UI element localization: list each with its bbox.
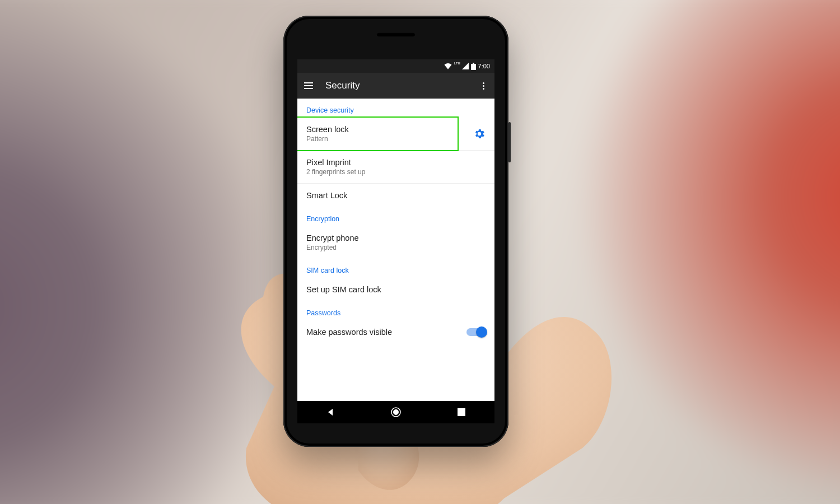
page-title: Security [325, 80, 466, 91]
sim-setup-title: Set up SIM card lock [306, 285, 486, 294]
cell-signal-icon [462, 63, 469, 69]
row-smart-lock[interactable]: Smart Lock [297, 184, 494, 207]
section-passwords: Passwords [297, 301, 494, 320]
phone-frame: LTE 7:00 Security Device security Screen… [283, 16, 508, 447]
home-icon[interactable] [390, 406, 402, 418]
settings-list: Device security Screen lock Pattern Pixe… [297, 99, 494, 401]
overflow-icon[interactable] [478, 80, 489, 91]
back-icon[interactable] [324, 406, 337, 418]
svg-rect-4 [458, 408, 465, 416]
row-screen-lock[interactable]: Screen lock Pattern [297, 118, 494, 150]
encrypt-phone-subtitle: Encrypted [306, 244, 486, 251]
encrypt-phone-title: Encrypt phone [306, 234, 486, 242]
svg-point-3 [393, 409, 399, 415]
screen-lock-subtitle: Pattern [306, 135, 466, 143]
svg-rect-0 [473, 63, 474, 64]
section-device-security: Device security [297, 99, 494, 118]
status-bar: LTE 7:00 [297, 59, 494, 73]
lte-label: LTE [454, 62, 461, 65]
wifi-icon [444, 63, 452, 69]
svg-rect-1 [471, 64, 476, 70]
menu-icon[interactable] [303, 80, 314, 91]
clock-text: 7:00 [478, 63, 490, 69]
section-encryption: Encryption [297, 207, 494, 226]
gear-icon[interactable] [473, 128, 486, 140]
recents-icon[interactable] [455, 406, 468, 418]
passwords-visible-title: Make passwords visible [306, 328, 460, 337]
row-passwords-visible[interactable]: Make passwords visible [297, 320, 494, 344]
row-sim-setup[interactable]: Set up SIM card lock [297, 278, 494, 301]
smart-lock-title: Smart Lock [306, 191, 486, 200]
section-sim-lock: SIM card lock [297, 259, 494, 278]
toggle-switch[interactable] [466, 328, 486, 336]
row-pixel-imprint[interactable]: Pixel Imprint 2 fingerprints set up [297, 151, 494, 183]
android-nav-bar [297, 401, 494, 423]
pixel-imprint-title: Pixel Imprint [306, 158, 486, 167]
battery-icon [471, 63, 476, 70]
app-bar: Security [297, 73, 494, 99]
row-encrypt-phone[interactable]: Encrypt phone Encrypted [297, 226, 494, 259]
pixel-imprint-subtitle: 2 fingerprints set up [306, 168, 486, 176]
phone-screen: LTE 7:00 Security Device security Screen… [297, 59, 494, 423]
screen-lock-title: Screen lock [306, 125, 466, 134]
